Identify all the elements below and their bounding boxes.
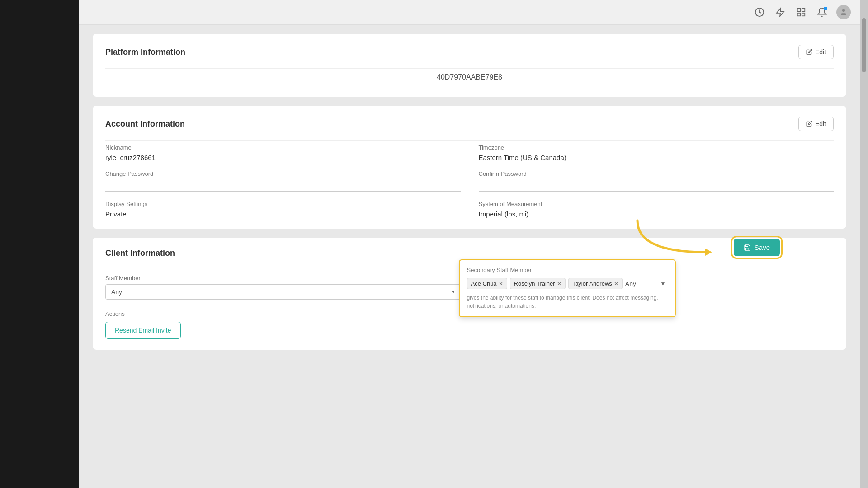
- notification-dot: [824, 7, 827, 10]
- tag-roselyn-trainer: Roselyn Trainer ✕: [510, 278, 566, 289]
- svg-marker-1: [777, 8, 784, 16]
- scrollbar-thumb[interactable]: [862, 18, 866, 72]
- tag-taylor-andrews: Taylor Andrews ✕: [568, 278, 623, 289]
- account-title: Account Information: [105, 119, 185, 129]
- svg-rect-2: [797, 9, 800, 11]
- staff-member-dropdown-wrapper: Any ▼: [105, 284, 461, 300]
- secondary-staff-popup: Secondary Staff Member Ace Chua ✕ Rosely…: [459, 259, 676, 317]
- content-scroll: Platform Information Edit 40D7970AABE79E…: [79, 25, 860, 488]
- left-sidebar: [0, 0, 79, 488]
- bell-icon[interactable]: [816, 6, 828, 19]
- system-measurement-label: System of Measurement: [479, 201, 834, 207]
- platform-id: 40D7970AABE79E8: [105, 69, 834, 86]
- staff-member-row: Staff Member Any ▼ Secondary Staff Membe…: [105, 275, 834, 300]
- change-password-field: Change Password: [105, 170, 461, 192]
- platform-info-card: Platform Information Edit 40D7970AABE79E…: [93, 34, 846, 97]
- secondary-staff-label: Secondary Staff Member: [467, 267, 668, 273]
- resend-button-label: Resend Email Invite: [115, 327, 171, 334]
- display-settings-value: Private: [105, 210, 461, 218]
- platform-edit-button[interactable]: Edit: [798, 45, 834, 59]
- lightning-icon[interactable]: [774, 6, 787, 19]
- account-info-card: Account Information Edit Nickname ryle_c…: [93, 106, 846, 229]
- tag-ace-chua-remove[interactable]: ✕: [499, 281, 503, 286]
- svg-rect-4: [797, 13, 800, 16]
- user-avatar[interactable]: [836, 5, 851, 19]
- svg-rect-3: [802, 9, 805, 11]
- timezone-value: Eastern Time (US & Canada): [479, 154, 834, 161]
- change-password-input[interactable]: [105, 180, 461, 192]
- system-measurement-value: Imperial (lbs, mi): [479, 210, 834, 218]
- account-edit-label: Edit: [815, 120, 826, 127]
- client-info-card: Client Information Staff Member Any ▼ Se…: [93, 238, 846, 350]
- client-title: Client Information: [105, 249, 175, 258]
- timezone-field: Timezone Eastern Time (US & Canada): [479, 144, 834, 161]
- staff-member-field: Staff Member Any ▼: [105, 275, 461, 300]
- confirm-password-field: Confirm Password: [479, 170, 834, 192]
- change-password-label: Change Password: [105, 170, 461, 177]
- nickname-field: Nickname ryle_cruz278661: [105, 144, 461, 161]
- client-section-header: Client Information: [105, 249, 834, 258]
- tag-ace-chua-name: Ace Chua: [471, 280, 497, 287]
- right-sidebar: [860, 0, 868, 488]
- confirm-password-label: Confirm Password: [479, 170, 834, 177]
- account-edit-button[interactable]: Edit: [798, 117, 834, 131]
- tag-roselyn-trainer-name: Roselyn Trainer: [514, 280, 555, 287]
- clock-icon[interactable]: [753, 6, 766, 19]
- tag-roselyn-trainer-remove[interactable]: ✕: [557, 281, 561, 286]
- secondary-staff-dropdown[interactable]: Any: [625, 280, 668, 287]
- tag-taylor-andrews-name: Taylor Andrews: [572, 280, 612, 287]
- display-settings-label: Display Settings: [105, 201, 461, 207]
- nickname-label: Nickname: [105, 144, 461, 151]
- account-section-header: Account Information Edit: [105, 117, 834, 131]
- display-settings-field: Display Settings Private: [105, 201, 461, 218]
- system-measurement-field: System of Measurement Imperial (lbs, mi): [479, 201, 834, 218]
- account-fields-grid: Nickname ryle_cruz278661 Timezone Easter…: [105, 144, 834, 218]
- staff-member-select[interactable]: Any: [105, 284, 461, 300]
- grid-icon[interactable]: [795, 6, 807, 19]
- top-nav: [79, 0, 860, 25]
- svg-rect-5: [802, 13, 805, 16]
- secondary-staff-description: gives the ability for these staff to man…: [467, 294, 668, 310]
- resend-email-button[interactable]: Resend Email Invite: [105, 322, 181, 339]
- platform-title: Platform Information: [105, 47, 185, 57]
- nickname-value: ryle_cruz278661: [105, 154, 461, 161]
- platform-section-header: Platform Information Edit: [105, 45, 834, 59]
- tags-row: Ace Chua ✕ Roselyn Trainer ✕ Taylor Andr…: [467, 278, 668, 289]
- tag-ace-chua: Ace Chua ✕: [467, 278, 507, 289]
- account-divider: [105, 140, 834, 141]
- staff-member-label: Staff Member: [105, 275, 461, 282]
- platform-edit-label: Edit: [815, 48, 826, 56]
- svg-point-6: [842, 9, 845, 12]
- tag-taylor-andrews-remove[interactable]: ✕: [614, 281, 618, 286]
- timezone-label: Timezone: [479, 144, 834, 151]
- save-label: Save: [755, 244, 770, 251]
- save-button[interactable]: Save: [734, 239, 780, 256]
- confirm-password-input[interactable]: [479, 180, 834, 192]
